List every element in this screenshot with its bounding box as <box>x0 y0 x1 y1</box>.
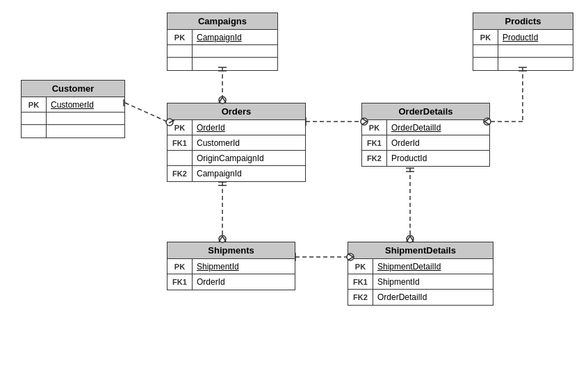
entity-row-empty <box>473 45 573 58</box>
crow-fork-shipments <box>219 236 226 242</box>
empty-pk <box>473 45 498 57</box>
entity-row: OriginCampaignId <box>168 151 305 166</box>
field-name: OrderId <box>387 135 424 150</box>
empty-field <box>498 45 507 57</box>
entity-shipments: Shipments PK ShipmentId FK1 OrderId <box>167 242 295 290</box>
entity-orders: Orders PK OrderId FK1 CustomerId OriginC… <box>167 103 306 182</box>
pk-label: PK <box>362 120 387 135</box>
field-name: ShipmentId <box>373 274 424 289</box>
field-name: OrderId <box>193 274 229 290</box>
entity-shipments-title: Shipments <box>168 242 295 259</box>
pk-label: FK1 <box>362 135 387 150</box>
entity-row: FK1 OrderId <box>362 135 489 151</box>
field-name: ProductId <box>498 30 542 44</box>
pk-label: PK <box>168 259 193 274</box>
field-name: OrderDetailId <box>373 290 431 305</box>
entity-campaigns-title: Campaigns <box>168 13 277 30</box>
entity-row: PK OrderDetailId <box>362 120 489 135</box>
pk-label: FK1 <box>168 274 193 290</box>
field-name: CustomerId <box>193 135 244 150</box>
pk-label: PK <box>348 259 373 274</box>
pk-label: PK <box>22 97 47 112</box>
entity-row: FK1 CustomerId <box>168 135 305 151</box>
entity-orders-title: Orders <box>168 103 305 120</box>
entity-row: FK1 ShipmentId <box>348 274 493 290</box>
empty-pk <box>22 113 47 124</box>
empty-field <box>498 58 507 70</box>
entity-row-empty <box>168 45 277 58</box>
empty-pk <box>168 45 193 57</box>
entity-row: PK ShipmentId <box>168 259 295 274</box>
field-name: CampaignId <box>193 166 246 181</box>
entity-row: FK2 ProductId <box>362 151 489 166</box>
entity-shipmentdetails-title: ShipmentDetails <box>348 242 493 259</box>
field-name: OrderId <box>193 120 229 135</box>
entity-prodicts: Prodicts PK ProductId <box>473 13 573 71</box>
crow-fork-campaigns-orders <box>219 97 226 103</box>
entity-row-empty <box>22 125 124 138</box>
pk-label: FK1 <box>168 135 193 150</box>
crow-fork-sd <box>407 236 414 242</box>
entity-customer-title: Customer <box>22 81 124 97</box>
entity-orderdetails: OrderDetails PK OrderDetailId FK1 OrderI… <box>361 103 490 167</box>
field-name: ShipmentId <box>193 259 243 274</box>
entity-orderdetails-title: OrderDetails <box>362 103 489 120</box>
pk-label: FK2 <box>168 166 193 181</box>
field-name: ProductId <box>387 151 431 166</box>
field-name: OriginCampaignId <box>193 151 268 165</box>
pk-label: PK <box>473 30 498 44</box>
entity-customer: Customer PK CustomerId <box>21 80 125 138</box>
entity-row-empty <box>168 58 277 70</box>
entity-row: PK CampaignId <box>168 30 277 45</box>
pk-label: FK1 <box>348 274 373 289</box>
empty-pk <box>168 58 193 70</box>
pk-label: PK <box>168 30 193 44</box>
pk-label: PK <box>168 120 193 135</box>
entity-row: PK ProductId <box>473 30 573 45</box>
field-name: ShipmentDetailId <box>373 259 445 274</box>
empty-field <box>193 45 201 57</box>
entity-row-empty <box>22 113 124 125</box>
entity-shipmentdetails: ShipmentDetails PK ShipmentDetailId FK1 … <box>348 242 493 306</box>
pk-label <box>168 151 193 165</box>
field-name: OrderDetailId <box>387 120 445 135</box>
connector-customer-orders <box>125 103 167 122</box>
field-name: CampaignId <box>193 30 246 44</box>
entity-row: FK2 OrderDetailId <box>348 290 493 305</box>
empty-field <box>47 125 55 138</box>
entity-row: FK2 CampaignId <box>168 166 305 181</box>
empty-pk <box>22 125 47 138</box>
erd-diagram: Customer PK CustomerId Campaigns PK Camp… <box>0 0 588 366</box>
entity-prodicts-title: Prodicts <box>473 13 573 30</box>
empty-field <box>47 113 55 124</box>
entity-row: PK CustomerId <box>22 97 124 113</box>
entity-row: PK ShipmentDetailId <box>348 259 493 274</box>
entity-row: FK1 OrderId <box>168 274 295 290</box>
pk-label: FK2 <box>362 151 387 166</box>
empty-pk <box>473 58 498 70</box>
field-name: CustomerId <box>47 97 98 112</box>
entity-campaigns: Campaigns PK CampaignId <box>167 13 278 71</box>
pk-label: FK2 <box>348 290 373 305</box>
entity-row: PK OrderId <box>168 120 305 135</box>
empty-field <box>193 58 201 70</box>
entity-row-empty <box>473 58 573 70</box>
